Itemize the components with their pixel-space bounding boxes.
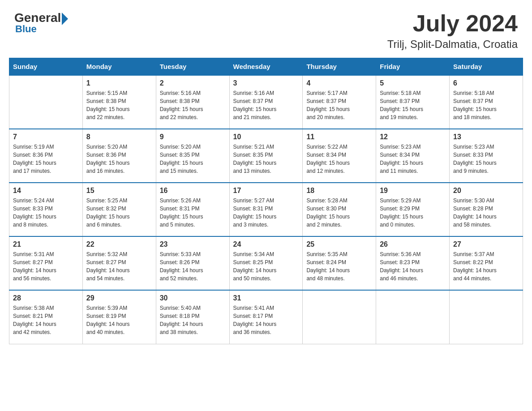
calendar-cell: 29Sunrise: 5:39 AM Sunset: 8:19 PM Dayli… [82, 290, 156, 344]
day-info: Sunrise: 5:27 AM Sunset: 8:31 PM Dayligh… [233, 197, 299, 229]
day-number: 23 [160, 240, 226, 248]
day-info: Sunrise: 5:37 AM Sunset: 8:22 PM Dayligh… [453, 250, 519, 283]
logo-blue-text: Blue [14, 23, 37, 35]
weekday-header-wednesday: Wednesday [229, 58, 303, 76]
logo-arrow-icon [62, 13, 68, 25]
day-number: 7 [13, 133, 79, 141]
calendar-week-4: 21Sunrise: 5:31 AM Sunset: 8:27 PM Dayli… [9, 236, 523, 290]
calendar-cell: 6Sunrise: 5:18 AM Sunset: 8:37 PM Daylig… [450, 75, 523, 129]
day-number: 18 [306, 187, 372, 195]
day-info: Sunrise: 5:23 AM Sunset: 8:33 PM Dayligh… [453, 143, 519, 175]
day-info: Sunrise: 5:16 AM Sunset: 8:37 PM Dayligh… [233, 89, 299, 121]
weekday-header-friday: Friday [376, 58, 450, 76]
calendar-cell: 14Sunrise: 5:24 AM Sunset: 8:33 PM Dayli… [9, 183, 83, 236]
day-info: Sunrise: 5:30 AM Sunset: 8:28 PM Dayligh… [453, 197, 519, 229]
day-info: Sunrise: 5:15 AM Sunset: 8:38 PM Dayligh… [86, 89, 152, 121]
day-info: Sunrise: 5:38 AM Sunset: 8:21 PM Dayligh… [13, 304, 79, 336]
day-number: 8 [86, 133, 152, 141]
day-info: Sunrise: 5:18 AM Sunset: 8:37 PM Dayligh… [453, 89, 519, 121]
calendar-cell: 26Sunrise: 5:36 AM Sunset: 8:23 PM Dayli… [376, 236, 450, 290]
calendar-cell: 9Sunrise: 5:20 AM Sunset: 8:35 PM Daylig… [156, 129, 229, 183]
calendar-cell: 20Sunrise: 5:30 AM Sunset: 8:28 PM Dayli… [450, 183, 523, 236]
calendar-cell: 22Sunrise: 5:32 AM Sunset: 8:27 PM Dayli… [82, 236, 156, 290]
day-info: Sunrise: 5:29 AM Sunset: 8:29 PM Dayligh… [380, 197, 446, 229]
day-number: 24 [233, 240, 299, 248]
page-header: General Blue July 2024 Trilj, Split-Dalm… [0, 0, 532, 58]
day-number: 2 [160, 79, 226, 87]
day-info: Sunrise: 5:36 AM Sunset: 8:23 PM Dayligh… [380, 250, 446, 283]
calendar-cell [450, 290, 523, 344]
calendar-cell: 30Sunrise: 5:40 AM Sunset: 8:18 PM Dayli… [156, 290, 229, 344]
calendar-header-row: SundayMondayTuesdayWednesdayThursdayFrid… [9, 58, 523, 76]
day-number: 3 [233, 79, 299, 87]
calendar-cell: 4Sunrise: 5:17 AM Sunset: 8:37 PM Daylig… [303, 75, 376, 129]
day-number: 27 [453, 240, 519, 248]
month-title: July 2024 [387, 11, 518, 36]
calendar-week-1: 1Sunrise: 5:15 AM Sunset: 8:38 PM Daylig… [9, 75, 523, 129]
day-info: Sunrise: 5:24 AM Sunset: 8:33 PM Dayligh… [13, 197, 79, 229]
day-info: Sunrise: 5:25 AM Sunset: 8:32 PM Dayligh… [86, 197, 152, 229]
calendar-cell: 23Sunrise: 5:33 AM Sunset: 8:26 PM Dayli… [156, 236, 229, 290]
weekday-header-monday: Monday [82, 58, 156, 76]
day-number: 28 [13, 294, 79, 302]
day-info: Sunrise: 5:35 AM Sunset: 8:24 PM Dayligh… [306, 250, 372, 283]
day-info: Sunrise: 5:20 AM Sunset: 8:35 PM Dayligh… [160, 143, 226, 175]
day-number: 20 [453, 187, 519, 195]
day-info: Sunrise: 5:26 AM Sunset: 8:31 PM Dayligh… [160, 197, 226, 229]
day-info: Sunrise: 5:19 AM Sunset: 8:36 PM Dayligh… [13, 143, 79, 175]
day-number: 21 [13, 240, 79, 248]
calendar-cell: 11Sunrise: 5:22 AM Sunset: 8:34 PM Dayli… [303, 129, 376, 183]
calendar-cell: 21Sunrise: 5:31 AM Sunset: 8:27 PM Dayli… [9, 236, 83, 290]
calendar-cell: 25Sunrise: 5:35 AM Sunset: 8:24 PM Dayli… [303, 236, 376, 290]
calendar-cell: 10Sunrise: 5:21 AM Sunset: 8:35 PM Dayli… [229, 129, 303, 183]
day-number: 11 [306, 133, 372, 141]
day-number: 19 [380, 187, 446, 195]
day-number: 22 [86, 240, 152, 248]
calendar-cell: 16Sunrise: 5:26 AM Sunset: 8:31 PM Dayli… [156, 183, 229, 236]
calendar-cell: 18Sunrise: 5:28 AM Sunset: 8:30 PM Dayli… [303, 183, 376, 236]
weekday-header-tuesday: Tuesday [156, 58, 229, 76]
day-number: 13 [453, 133, 519, 141]
weekday-header-sunday: Sunday [9, 58, 83, 76]
day-info: Sunrise: 5:31 AM Sunset: 8:27 PM Dayligh… [13, 250, 79, 283]
day-info: Sunrise: 5:23 AM Sunset: 8:34 PM Dayligh… [380, 143, 446, 175]
calendar-cell: 31Sunrise: 5:41 AM Sunset: 8:17 PM Dayli… [229, 290, 303, 344]
calendar-cell: 13Sunrise: 5:23 AM Sunset: 8:33 PM Dayli… [450, 129, 523, 183]
day-number: 1 [86, 79, 152, 87]
weekday-header-thursday: Thursday [303, 58, 376, 76]
day-number: 25 [306, 240, 372, 248]
calendar-week-5: 28Sunrise: 5:38 AM Sunset: 8:21 PM Dayli… [9, 290, 523, 344]
calendar-table: SundayMondayTuesdayWednesdayThursdayFrid… [9, 58, 523, 344]
day-info: Sunrise: 5:40 AM Sunset: 8:18 PM Dayligh… [160, 304, 226, 336]
day-number: 31 [233, 294, 299, 302]
logo: General Blue [14, 11, 68, 35]
calendar-cell [9, 75, 83, 129]
day-info: Sunrise: 5:22 AM Sunset: 8:34 PM Dayligh… [306, 143, 372, 175]
calendar-cell: 5Sunrise: 5:18 AM Sunset: 8:37 PM Daylig… [376, 75, 450, 129]
day-number: 4 [306, 79, 372, 87]
day-number: 9 [160, 133, 226, 141]
day-number: 5 [380, 79, 446, 87]
day-number: 29 [86, 294, 152, 302]
day-info: Sunrise: 5:28 AM Sunset: 8:30 PM Dayligh… [306, 197, 372, 229]
calendar-cell: 12Sunrise: 5:23 AM Sunset: 8:34 PM Dayli… [376, 129, 450, 183]
calendar-cell: 3Sunrise: 5:16 AM Sunset: 8:37 PM Daylig… [229, 75, 303, 129]
day-number: 14 [13, 187, 79, 195]
day-info: Sunrise: 5:39 AM Sunset: 8:19 PM Dayligh… [86, 304, 152, 336]
calendar-cell: 27Sunrise: 5:37 AM Sunset: 8:22 PM Dayli… [450, 236, 523, 290]
day-info: Sunrise: 5:21 AM Sunset: 8:35 PM Dayligh… [233, 143, 299, 175]
weekday-header-saturday: Saturday [450, 58, 523, 76]
day-number: 17 [233, 187, 299, 195]
day-info: Sunrise: 5:34 AM Sunset: 8:25 PM Dayligh… [233, 250, 299, 283]
day-info: Sunrise: 5:17 AM Sunset: 8:37 PM Dayligh… [306, 89, 372, 121]
day-number: 12 [380, 133, 446, 141]
calendar-cell [303, 290, 376, 344]
day-info: Sunrise: 5:41 AM Sunset: 8:17 PM Dayligh… [233, 304, 299, 336]
calendar-cell [376, 290, 450, 344]
day-info: Sunrise: 5:32 AM Sunset: 8:27 PM Dayligh… [86, 250, 152, 283]
day-info: Sunrise: 5:20 AM Sunset: 8:36 PM Dayligh… [86, 143, 152, 175]
calendar-cell: 7Sunrise: 5:19 AM Sunset: 8:36 PM Daylig… [9, 129, 83, 183]
day-info: Sunrise: 5:18 AM Sunset: 8:37 PM Dayligh… [380, 89, 446, 121]
location-title: Trilj, Split-Dalmatia, Croatia [387, 38, 518, 51]
calendar-week-2: 7Sunrise: 5:19 AM Sunset: 8:36 PM Daylig… [9, 129, 523, 183]
